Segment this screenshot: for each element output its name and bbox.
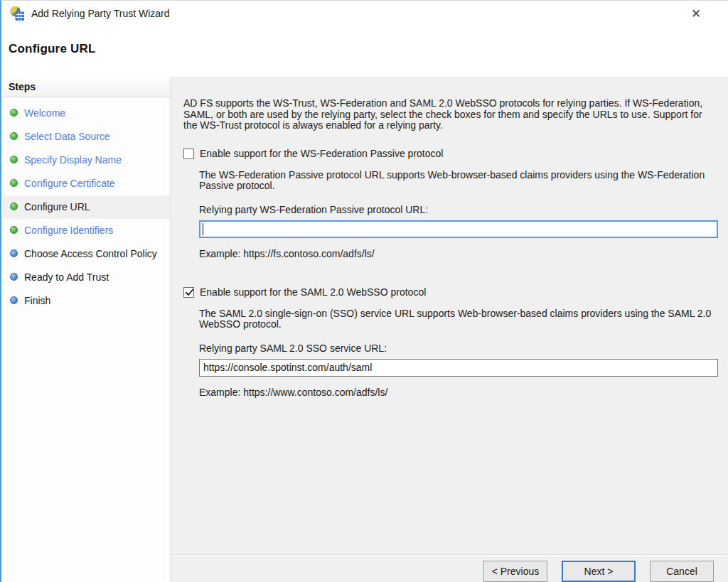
- cancel-button[interactable]: Cancel: [650, 561, 714, 582]
- step-bullet-icon: [10, 296, 18, 304]
- close-icon[interactable]: ✕: [684, 3, 708, 24]
- step-bullet-icon: [10, 249, 18, 257]
- content-frame: Steps WelcomeSelect Data SourceSpecify D…: [3, 77, 728, 582]
- previous-button[interactable]: < Previous: [483, 561, 547, 582]
- configure-url-page: AD FS supports the WS-Trust, WS-Federati…: [171, 77, 728, 554]
- sidebar-item-configure-certificate[interactable]: Configure Certificate: [3, 172, 170, 195]
- saml-checkbox-row: Enable support for the SAML 2.0 WebSSO p…: [183, 286, 718, 298]
- sidebar-item-label: Configure Identifiers: [24, 225, 113, 236]
- adfs-app-icon: [9, 6, 25, 21]
- step-bullet-icon: [10, 109, 18, 117]
- sidebar-item-label: Ready to Add Trust: [24, 271, 109, 283]
- step-bullet-icon: [10, 226, 18, 234]
- sidebar-item-label: Configure Certificate: [24, 178, 115, 189]
- wsfed-url-label: Relying party WS-Federation Passive prot…: [199, 204, 718, 215]
- page-title: Configure URL: [9, 42, 96, 56]
- wsfed-example-text: Example: https://fs.contoso.com/adfs/ls/: [199, 248, 718, 259]
- steps-sidebar: Steps WelcomeSelect Data SourceSpecify D…: [3, 77, 171, 582]
- saml-url-label: Relying party SAML 2.0 SSO service URL:: [199, 343, 718, 354]
- saml-example-text: Example: https://www.contoso.com/adfs/ls…: [199, 387, 718, 398]
- sidebar-item-configure-url: Configure URL: [3, 195, 170, 219]
- wsfed-url-input[interactable]: [199, 220, 718, 238]
- saml-url-input[interactable]: [199, 359, 718, 377]
- sidebar-item-label: Welcome: [24, 107, 65, 119]
- steps-list: WelcomeSelect Data SourceSpecify Display…: [3, 97, 170, 313]
- sidebar-item-select-data-source[interactable]: Select Data Source: [3, 125, 170, 149]
- next-button[interactable]: Next >: [562, 561, 636, 582]
- step-bullet-icon: [10, 203, 18, 210]
- main-panel: AD FS supports the WS-Trust, WS-Federati…: [171, 77, 728, 582]
- saml-description: The SAML 2.0 single-sign-on (SSO) servic…: [199, 308, 718, 330]
- steps-header: Steps: [3, 77, 170, 97]
- wizard-footer: < Previous Next > Cancel: [171, 554, 728, 582]
- sidebar-item-welcome[interactable]: Welcome: [3, 102, 170, 125]
- saml-checkbox-label[interactable]: Enable support for the SAML 2.0 WebSSO p…: [200, 286, 426, 298]
- wsfed-checkbox[interactable]: [183, 149, 194, 159]
- sidebar-item-label: Specify Display Name: [24, 154, 122, 166]
- wsfed-section: The WS-Federation Passive protocol URL s…: [199, 170, 718, 259]
- window-title: Add Relying Party Trust Wizard: [31, 8, 170, 19]
- text-caret: [203, 223, 203, 235]
- step-bullet-icon: [10, 179, 18, 187]
- sidebar-item-label: Configure URL: [24, 201, 90, 212]
- step-bullet-icon: [10, 132, 18, 140]
- sidebar-item-finish: Finish: [3, 289, 170, 313]
- intro-text: AD FS supports the WS-Trust, WS-Federati…: [183, 98, 718, 131]
- sidebar-item-ready-to-add-trust: Ready to Add Trust: [3, 266, 170, 289]
- wsfed-checkbox-label[interactable]: Enable support for the WS-Federation Pas…: [200, 148, 443, 160]
- saml-checkbox[interactable]: [183, 287, 194, 298]
- step-bullet-icon: [10, 156, 18, 163]
- sidebar-item-configure-identifiers[interactable]: Configure Identifiers: [3, 219, 170, 242]
- sidebar-item-choose-access-control-policy: Choose Access Control Policy: [3, 242, 170, 266]
- checkmark-icon: [185, 288, 194, 297]
- sidebar-item-label: Select Data Source: [24, 131, 110, 142]
- sidebar-item-label: Finish: [24, 295, 50, 306]
- title-bar: Add Relying Party Trust Wizard ✕: [3, 1, 728, 26]
- wsfed-description: The WS-Federation Passive protocol URL s…: [199, 170, 718, 192]
- wsfed-checkbox-row: Enable support for the WS-Federation Pas…: [183, 148, 718, 160]
- sidebar-item-specify-display-name[interactable]: Specify Display Name: [3, 149, 170, 172]
- step-bullet-icon: [10, 273, 18, 281]
- sidebar-item-label: Choose Access Control Policy: [24, 248, 157, 259]
- saml-section: The SAML 2.0 single-sign-on (SSO) servic…: [199, 308, 718, 398]
- wizard-window: Add Relying Party Trust Wizard ✕ Configu…: [0, 0, 728, 582]
